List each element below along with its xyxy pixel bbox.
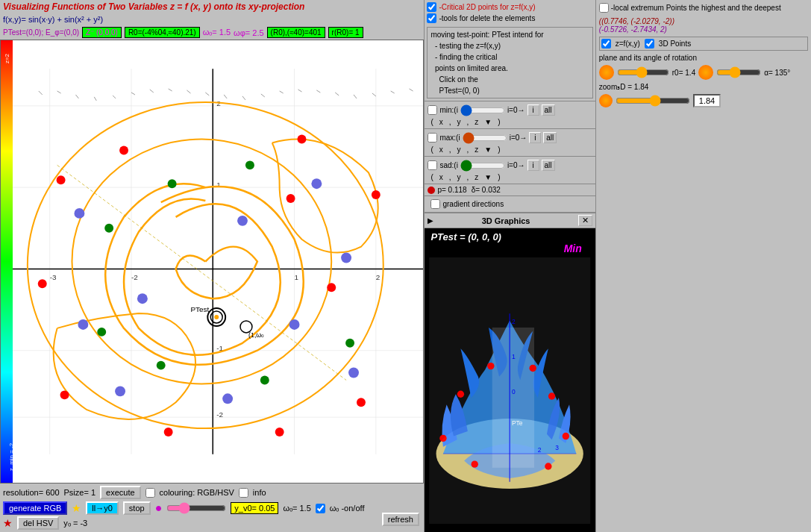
points-3d-checkbox[interactable] bbox=[645, 39, 654, 48]
sad-dropdown[interactable]: ▼ bbox=[484, 173, 492, 181]
sad-z: z bbox=[475, 173, 478, 181]
max-all-button[interactable]: all bbox=[543, 132, 557, 143]
gradient-checkbox[interactable] bbox=[430, 199, 440, 209]
local-extremum-checkbox[interactable] bbox=[599, 3, 609, 13]
alpha-icon bbox=[698, 65, 713, 80]
zoom-value-box: 1.84 bbox=[693, 94, 721, 107]
plot-3d[interactable]: PTest = (0, 0, 0) Min bbox=[425, 228, 595, 532]
generate-rgb-button[interactable]: generate RGB bbox=[3, 501, 67, 515]
star-icon2: ★ bbox=[3, 517, 13, 529]
svg-point-71 bbox=[348, 368, 359, 378]
points-limited-label: points on limited area. bbox=[435, 64, 508, 72]
sad-label: sad:(i bbox=[439, 161, 457, 169]
max-close: ) bbox=[498, 145, 500, 154]
svg-point-56 bbox=[245, 160, 254, 169]
omega-phi: ωφ= 2.5 bbox=[234, 28, 264, 37]
max-i0: i=0→ bbox=[510, 134, 527, 142]
svg-point-88 bbox=[472, 460, 478, 467]
zfxy-label: z=f(x,y) bbox=[616, 40, 640, 48]
svg-text:(1,ω₀: (1,ω₀ bbox=[248, 331, 264, 339]
max-comma1: , bbox=[449, 145, 451, 154]
svg-point-51 bbox=[60, 390, 69, 399]
svg-point-61 bbox=[104, 224, 113, 233]
min-all-button[interactable]: all bbox=[542, 104, 555, 116]
sad-comma1: , bbox=[449, 173, 451, 181]
stop-button[interactable]: stop bbox=[123, 501, 151, 515]
omega-onoff-checkbox[interactable] bbox=[316, 504, 325, 513]
r0y: r(R0)= 1 bbox=[328, 27, 363, 38]
zoom-icon bbox=[599, 94, 613, 107]
min-comma2: , bbox=[467, 118, 469, 126]
del-hsv-button[interactable]: del HSV bbox=[17, 516, 59, 530]
max-i-button[interactable]: i bbox=[529, 132, 541, 143]
omega0-label: ω₀= 1.5 bbox=[283, 504, 310, 513]
p-marker bbox=[428, 187, 435, 194]
svg-text:2: 2 bbox=[376, 273, 381, 281]
critical-2d-checkbox[interactable] bbox=[427, 2, 436, 12]
svg-rect-81 bbox=[492, 328, 534, 468]
min-i-button[interactable]: i bbox=[527, 104, 539, 116]
zoom-slider[interactable] bbox=[616, 96, 690, 106]
finding-critical-label: - finding the critical bbox=[435, 53, 497, 61]
svg-point-74 bbox=[214, 315, 219, 319]
zfxy-checkbox[interactable] bbox=[601, 39, 611, 48]
info-checkbox[interactable] bbox=[239, 488, 248, 498]
svg-point-64 bbox=[237, 216, 248, 226]
svg-point-57 bbox=[157, 361, 166, 370]
sad-all-button[interactable]: all bbox=[542, 160, 555, 171]
plot-svg[interactable]: -3 -2 1 2 2 1 -1 -2 bbox=[13, 40, 423, 483]
svg-point-54 bbox=[286, 194, 295, 203]
svg-text:-2: -2 bbox=[131, 273, 138, 281]
min-checkbox[interactable] bbox=[428, 105, 437, 115]
local-extremum-label: -local extremum Points the highest and t… bbox=[611, 4, 781, 12]
sad-slider[interactable] bbox=[460, 160, 505, 171]
max-slider[interactable] bbox=[463, 133, 507, 143]
refresh-button[interactable]: refresh bbox=[382, 513, 419, 526]
svg-text:0: 0 bbox=[512, 388, 516, 395]
p-value: p= 0.118 bbox=[437, 186, 466, 194]
svg-point-66 bbox=[341, 253, 351, 263]
max-checkbox[interactable] bbox=[428, 133, 437, 143]
min-y: y bbox=[457, 118, 461, 126]
svg-text:PTest: PTest bbox=[190, 305, 209, 313]
dot-icon: ● bbox=[155, 501, 163, 515]
execute-button[interactable]: execute bbox=[100, 486, 141, 499]
min-dropdown[interactable]: ▼ bbox=[484, 118, 492, 126]
star-icon1: ★ bbox=[72, 502, 81, 514]
sad-x: x bbox=[439, 173, 443, 181]
tools-delete-checkbox[interactable] bbox=[427, 13, 436, 23]
min-z: z bbox=[475, 118, 478, 126]
graphics-3d-title: 3D Graphics bbox=[482, 216, 530, 225]
r0-slider[interactable] bbox=[617, 67, 669, 78]
max-dropdown[interactable]: ▼ bbox=[484, 145, 492, 154]
svg-point-62 bbox=[74, 208, 84, 219]
tools-delete-label: -tools for delete the elements bbox=[439, 14, 535, 22]
r0-icon bbox=[599, 65, 614, 80]
max-z: z bbox=[475, 145, 478, 154]
y0-label: y₀ = -3 bbox=[63, 519, 87, 528]
min-comma1: , bbox=[449, 118, 451, 126]
min-slider[interactable] bbox=[460, 105, 505, 116]
r0-info: R0=(-4%04,≈40).21) bbox=[125, 27, 200, 38]
svg-point-89 bbox=[545, 463, 552, 469]
svg-rect-0 bbox=[13, 69, 423, 454]
max-x-label: ( bbox=[430, 145, 433, 154]
extremum-val1: ((0.7746, (-2.0279, -2)) bbox=[599, 17, 808, 25]
critical-2d-label: -Critical 2D points for z=f(x,y) bbox=[439, 3, 535, 11]
alpha-slider[interactable] bbox=[716, 67, 761, 78]
max-y: y bbox=[457, 145, 461, 154]
pink-slider[interactable] bbox=[166, 503, 226, 513]
extremum-val2: (-0.5726, -2.7434, 2) bbox=[599, 25, 808, 34]
triangle-icon: ▶ bbox=[428, 216, 433, 225]
svg-point-53 bbox=[57, 175, 66, 184]
colouring-checkbox[interactable] bbox=[145, 488, 155, 498]
sad-comma2: , bbox=[467, 173, 469, 181]
svg-text:2: 2 bbox=[538, 446, 542, 454]
ll-y0-button[interactable]: ll→y0 bbox=[86, 501, 119, 515]
sad-checkbox[interactable] bbox=[428, 160, 437, 170]
svg-point-82 bbox=[457, 391, 464, 398]
sad-i-button[interactable]: i bbox=[527, 160, 539, 171]
max-x: x bbox=[439, 145, 443, 154]
svg-point-45 bbox=[298, 135, 307, 144]
close-3d-button[interactable]: ✕ bbox=[578, 215, 592, 226]
